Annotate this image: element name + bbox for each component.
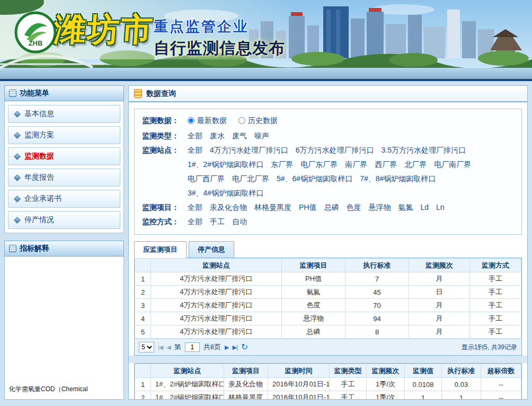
monitor-data-table: 监测站点监测项目监测时间监测类型监测频次监测值执行标准超标倍数11#、2#锅炉烟… <box>135 364 521 399</box>
table-row[interactable]: 44万方污水处理厂排污口悬浮物94月手工 <box>135 312 521 325</box>
table-cell: 手工 <box>330 378 367 391</box>
table-row[interactable]: 34万方污水处理厂排污口色度70月手工 <box>135 299 521 312</box>
indicator-panel: 化学需氧量COD（Chemical <box>4 257 124 400</box>
table-cell: 悬浮物 <box>282 312 345 325</box>
filter-option-link[interactable]: 电厂北厂界 <box>232 174 269 183</box>
sidebar-item-label: 企业承诺书 <box>24 194 61 204</box>
filter-option-link[interactable]: 废水 <box>210 131 225 140</box>
book-icon <box>9 245 16 252</box>
filter-option-link[interactable]: 手工 <box>210 217 225 226</box>
site-logo: ZHB <box>14 11 57 54</box>
table-cell: 月 <box>409 325 470 339</box>
table-cell: 1季/次 <box>367 378 405 391</box>
filter-option-link[interactable]: 全部 <box>188 146 202 154</box>
filter-option-link[interactable]: 废气 <box>232 131 247 140</box>
first-page-button[interactable]: |◀ <box>158 344 163 351</box>
table-cell: PH值 <box>282 272 345 286</box>
sidebar-item-label: 基本信息 <box>24 109 54 119</box>
column-header: 执行标准 <box>442 364 481 378</box>
function-menu-header: 功能菜单 <box>4 85 124 101</box>
filter-option-link[interactable]: 3.5万方污水处理厂排污口 <box>382 146 466 154</box>
radio-option[interactable]: 历史数据 <box>238 113 278 128</box>
filter-option-link[interactable]: Ld <box>420 203 429 211</box>
filter-option-link[interactable]: 全部 <box>188 217 202 226</box>
filter-option-link[interactable]: 5#、6#锅炉烟囱取样口 <box>277 174 352 183</box>
filter-option-link[interactable]: 东厂界 <box>271 160 293 169</box>
filter-option-link[interactable]: 汞及化合物 <box>210 203 247 211</box>
radio-input[interactable] <box>238 117 245 124</box>
filter-option-link[interactable]: 西厂界 <box>375 160 397 169</box>
sidebar-item-3[interactable]: 监测数据 <box>8 147 120 165</box>
filter-option-link[interactable]: 电厂东厂界 <box>300 160 338 169</box>
filter-option-link[interactable]: 全部 <box>188 131 202 140</box>
sidebar-item-4[interactable]: 年度报告 <box>8 169 120 187</box>
page-size-select[interactable]: 5 <box>139 342 154 352</box>
banner-subtitle-line1: 重点监管企业 <box>154 17 285 36</box>
filter-option-link[interactable]: 7#、8#锅炉烟囱取样口 <box>360 174 436 183</box>
filter-option-link[interactable]: PH值 <box>299 203 316 211</box>
filter-row-4: 监测项目：全部汞及化合物林格曼黑度PH值总磷色度悬浮物氨氮LdLn <box>142 200 514 215</box>
radio-input[interactable] <box>188 117 194 124</box>
table-row[interactable]: 14万方污水处理厂排污口PH值7月手工 <box>135 272 521 286</box>
table-cell: 2016年10月01日-12 <box>268 378 330 391</box>
filter-option-link[interactable]: 电厂西厂界 <box>188 174 225 183</box>
table-cell: 手工 <box>330 391 367 400</box>
filter-options: 全部4万方污水处理厂排污口6万方污水处理厂排污口3.5万方污水处理厂排污口1#、… <box>188 143 514 200</box>
page-prefix-label: 第 <box>174 342 181 352</box>
table-cell: 1季/次 <box>367 391 405 400</box>
table-row[interactable]: 21#、2#锅炉烟囱取样口林格曼黑度2016年10月01日-12手工1季/次11… <box>135 391 521 400</box>
column-header: 监测频次 <box>409 259 470 272</box>
radio-option[interactable]: 最新数据 <box>188 113 227 128</box>
table-row[interactable]: 54万方污水处理厂排污口总磷8月手工 <box>135 325 521 339</box>
filter-option-link[interactable]: 北厂界 <box>404 160 427 169</box>
table-row[interactable]: 24万方污水处理厂排污口氨氮45日手工 <box>135 286 521 299</box>
table-row[interactable]: 11#、2#锅炉烟囱取样口汞及化合物2016年10月01日-12手工1季/次0.… <box>135 378 521 391</box>
tab-2[interactable]: 停产信息 <box>189 241 234 258</box>
filter-row-1: 监测数据：最新数据历史数据 <box>142 113 514 129</box>
column-header: 执行标准 <box>345 259 409 272</box>
next-page-button[interactable]: ▶ <box>225 344 228 351</box>
filter-option-link[interactable]: 林格曼黑度 <box>254 203 291 211</box>
table-cell: 2 <box>135 391 151 400</box>
filter-option-link[interactable]: 4万方污水处理厂排污口 <box>210 146 288 154</box>
filter-option-link[interactable]: 氨氮 <box>398 203 413 211</box>
table-cell: 林格曼黑度 <box>224 391 268 400</box>
filter-option-link[interactable]: 自动 <box>232 217 247 226</box>
column-header: 监测站点 <box>151 364 224 378</box>
filter-option-link[interactable]: 噪声 <box>254 131 269 140</box>
filter-option-link[interactable]: 悬浮物 <box>368 203 391 211</box>
column-header: 监测类型 <box>330 364 367 378</box>
table-cell: 月 <box>409 312 470 325</box>
table-cell: 5 <box>135 325 151 339</box>
tab-1[interactable]: 应监测项目 <box>134 241 187 258</box>
prev-page-button[interactable]: ◀ <box>166 344 170 351</box>
filter-option-link[interactable]: 3#、4#锅炉烟囱取样口 <box>188 189 263 197</box>
filter-option-link[interactable]: 电厂南厂界 <box>434 160 471 169</box>
menu-form-icon <box>9 90 16 97</box>
table-cell: 94 <box>345 312 409 325</box>
sidebar-item-1[interactable]: 基本信息 <box>8 105 120 123</box>
filter-option-link[interactable]: 6万方污水处理厂排污口 <box>296 146 374 154</box>
page-number-input[interactable] <box>185 342 200 352</box>
column-header: 监测站点 <box>151 259 282 272</box>
diamond-icon <box>14 217 21 224</box>
filter-option-link[interactable]: 1#、2#锅炉烟囱取样口 <box>188 160 263 169</box>
filter-option-link[interactable]: 南厂界 <box>345 160 367 169</box>
table-cell: 0.03 <box>442 378 481 391</box>
document-icon <box>134 89 142 98</box>
filter-option-link[interactable]: 色度 <box>346 203 361 211</box>
filter-option-link[interactable]: Ln <box>436 203 445 211</box>
sidebar-item-5[interactable]: 企业承诺书 <box>8 190 120 208</box>
table-cell: 总磷 <box>282 325 345 339</box>
column-header: 监测方式 <box>470 259 521 272</box>
filter-option-link[interactable]: 总磷 <box>324 203 339 211</box>
sidebar-item-2[interactable]: 监测方案 <box>8 126 120 144</box>
last-page-button[interactable]: ▶| <box>233 344 237 351</box>
column-header: 监测时间 <box>268 364 330 378</box>
filter-option-link[interactable]: 全部 <box>188 203 202 211</box>
filter-label: 监测站点： <box>142 143 188 200</box>
svg-text:ZHB: ZHB <box>29 39 43 47</box>
sidebar-item-6[interactable]: 停产情况 <box>8 211 120 229</box>
table-cell: 手工 <box>470 286 521 299</box>
refresh-icon[interactable]: ↻ <box>241 343 248 351</box>
